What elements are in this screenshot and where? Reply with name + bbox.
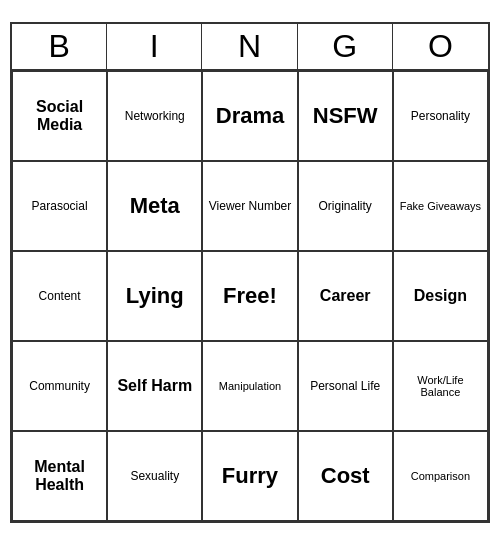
bingo-cell-3: NSFW <box>298 71 393 161</box>
bingo-cell-20: Mental Health <box>12 431 107 521</box>
cell-text-10: Content <box>39 289 81 303</box>
cell-text-14: Design <box>414 287 467 305</box>
cell-text-23: Cost <box>321 463 370 489</box>
cell-text-7: Viewer Number <box>209 199 291 213</box>
bingo-cell-2: Drama <box>202 71 297 161</box>
cell-text-17: Manipulation <box>219 380 281 392</box>
cell-text-3: NSFW <box>313 103 378 129</box>
bingo-cell-10: Content <box>12 251 107 341</box>
cell-text-0: Social Media <box>17 98 102 134</box>
cell-text-8: Originality <box>319 199 372 213</box>
bingo-cell-16: Self Harm <box>107 341 202 431</box>
cell-text-11: Lying <box>126 283 184 309</box>
bingo-letter-i: I <box>107 24 202 69</box>
bingo-cell-12: Free! <box>202 251 297 341</box>
bingo-cell-14: Design <box>393 251 488 341</box>
cell-text-20: Mental Health <box>17 458 102 494</box>
bingo-letter-n: N <box>202 24 297 69</box>
bingo-cell-4: Personality <box>393 71 488 161</box>
cell-text-21: Sexuality <box>130 469 179 483</box>
cell-text-18: Personal Life <box>310 379 380 393</box>
bingo-card: BINGO Social MediaNetworkingDramaNSFWPer… <box>10 22 490 523</box>
bingo-letter-g: G <box>298 24 393 69</box>
cell-text-13: Career <box>320 287 371 305</box>
bingo-cell-11: Lying <box>107 251 202 341</box>
bingo-cell-22: Furry <box>202 431 297 521</box>
cell-text-15: Community <box>29 379 90 393</box>
bingo-cell-1: Networking <box>107 71 202 161</box>
bingo-header: BINGO <box>12 24 488 71</box>
cell-text-24: Comparison <box>411 470 470 482</box>
bingo-cell-6: Meta <box>107 161 202 251</box>
cell-text-9: Fake Giveaways <box>400 200 481 212</box>
bingo-cell-17: Manipulation <box>202 341 297 431</box>
cell-text-1: Networking <box>125 109 185 123</box>
cell-text-22: Furry <box>222 463 278 489</box>
cell-text-4: Personality <box>411 109 470 123</box>
bingo-grid: Social MediaNetworkingDramaNSFWPersonali… <box>12 71 488 521</box>
cell-text-2: Drama <box>216 103 284 129</box>
bingo-cell-8: Originality <box>298 161 393 251</box>
cell-text-5: Parasocial <box>32 199 88 213</box>
bingo-cell-19: Work/Life Balance <box>393 341 488 431</box>
bingo-cell-5: Parasocial <box>12 161 107 251</box>
bingo-cell-21: Sexuality <box>107 431 202 521</box>
cell-text-12: Free! <box>223 283 277 309</box>
bingo-cell-15: Community <box>12 341 107 431</box>
bingo-letter-b: B <box>12 24 107 69</box>
bingo-cell-13: Career <box>298 251 393 341</box>
bingo-cell-23: Cost <box>298 431 393 521</box>
cell-text-19: Work/Life Balance <box>398 374 483 398</box>
bingo-letter-o: O <box>393 24 488 69</box>
bingo-cell-9: Fake Giveaways <box>393 161 488 251</box>
bingo-cell-7: Viewer Number <box>202 161 297 251</box>
cell-text-6: Meta <box>130 193 180 219</box>
bingo-cell-24: Comparison <box>393 431 488 521</box>
bingo-cell-0: Social Media <box>12 71 107 161</box>
cell-text-16: Self Harm <box>117 377 192 395</box>
bingo-cell-18: Personal Life <box>298 341 393 431</box>
